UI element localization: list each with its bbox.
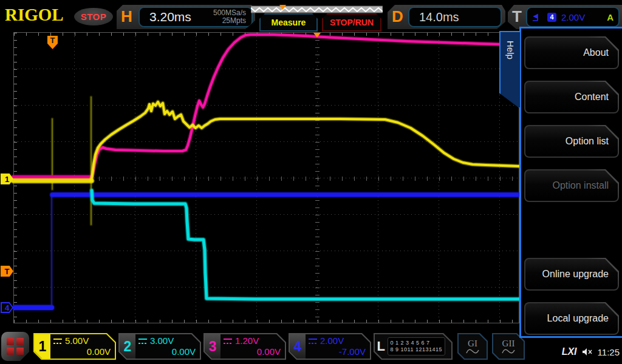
menu-item-empty bbox=[524, 214, 619, 246]
ch4-offset: -7.00V bbox=[309, 347, 366, 357]
quick-menu-button[interactable] bbox=[1, 332, 29, 361]
ch2-scale: 3.00V bbox=[150, 336, 174, 346]
timebase-value: 3.20ms bbox=[140, 10, 213, 24]
sine-icon bbox=[466, 348, 479, 354]
clock: 11:25 bbox=[598, 347, 620, 357]
channel3-number: 3 bbox=[205, 334, 220, 359]
trigger-source-badge: 4 bbox=[547, 13, 556, 22]
horizontal-label: H bbox=[121, 7, 132, 26]
oscilloscope-screen: 1 T 4 T RIGOL STOP H 3.20ms 500MSa/s 25M… bbox=[0, 0, 622, 364]
rigol-logo: RIGOL bbox=[5, 5, 64, 25]
channel4-number: 4 bbox=[290, 334, 306, 359]
menu-item-online-upgrade[interactable]: Online upgrade bbox=[524, 258, 619, 291]
trigger-slope-icon bbox=[532, 13, 542, 22]
generator1-label: GI bbox=[468, 339, 477, 348]
ch2-coupling-icon bbox=[138, 339, 147, 344]
generator1-box[interactable]: GI bbox=[457, 333, 488, 360]
menu-item-online-upgrade-label: Online upgrade bbox=[525, 259, 618, 289]
ch2-offset: 0.00V bbox=[138, 347, 196, 357]
run-state-badge: STOP bbox=[74, 8, 113, 25]
ch1-offset-marker[interactable]: 1 bbox=[1, 174, 13, 184]
channel2-box[interactable]: 2 3.00V 0.00V bbox=[118, 333, 201, 360]
ch3-scale: 1.20V bbox=[235, 336, 259, 346]
menu-item-about[interactable]: About bbox=[524, 36, 619, 69]
menu-item-option-install-label: Option install bbox=[525, 170, 618, 201]
ch4-coupling-icon bbox=[309, 339, 317, 344]
delay-block[interactable]: D 14.0ms bbox=[388, 5, 505, 29]
memory-depth: 25Mpts bbox=[213, 17, 246, 25]
menu-item-option-install: Option install bbox=[524, 169, 619, 202]
ch1-coupling-icon bbox=[53, 339, 62, 344]
channel1-number: 1 bbox=[35, 334, 50, 359]
trigger-label: T bbox=[512, 7, 522, 26]
trigger-mode-badge: A bbox=[607, 12, 613, 22]
lxi-indicator: LXI bbox=[562, 346, 577, 357]
sine-icon bbox=[502, 348, 515, 354]
stop-run-button[interactable]: STOP/RUN bbox=[322, 13, 381, 32]
menu-item-empty-label bbox=[525, 215, 618, 245]
menu-item-about-label: About bbox=[525, 38, 618, 68]
ch3-offset: 0.00V bbox=[224, 347, 281, 357]
channel1-box[interactable]: 1 5.00V 0.00V bbox=[33, 333, 116, 360]
waveform-grid bbox=[13, 32, 519, 323]
logic-label: L bbox=[375, 339, 388, 354]
menu-item-option-list[interactable]: Option list bbox=[524, 125, 619, 158]
ch3-coupling-icon bbox=[224, 339, 232, 344]
channel4-box[interactable]: 4 2.00V -7.00V bbox=[289, 333, 371, 360]
trigger-level-marker[interactable]: T bbox=[1, 266, 13, 277]
axis-ticks-bottom bbox=[14, 320, 519, 323]
axis-ticks-top bbox=[14, 33, 519, 36]
logic-row1: 0 1 2 3 4 5 6 7 bbox=[391, 340, 442, 346]
delay-box: 14.0ms bbox=[408, 7, 502, 27]
logic-channels-box[interactable]: L 0 1 2 3 4 5 6 7 8 9 1011 12131415 bbox=[374, 333, 453, 360]
menu-item-local-upgrade[interactable]: Local upgrade bbox=[524, 302, 619, 335]
delay-label: D bbox=[392, 7, 403, 26]
channel3-box[interactable]: 3 1.20V 0.00V bbox=[203, 333, 286, 360]
ch4-scale: 2.00V bbox=[320, 336, 344, 346]
ch4-offset-marker-label: 4 bbox=[2, 303, 12, 312]
menu-item-local-upgrade-label: Local upgrade bbox=[525, 303, 618, 334]
sound-muted-icon[interactable] bbox=[582, 348, 593, 356]
ch1-scale: 5.00V bbox=[65, 336, 89, 346]
channel2-number: 2 bbox=[120, 334, 135, 359]
trigger-block[interactable]: T 4 2.00V A bbox=[508, 5, 622, 29]
ch1-offset: 0.00V bbox=[53, 347, 111, 357]
help-tab-label: Help bbox=[505, 41, 516, 59]
delay-value: 14.0ms bbox=[409, 10, 459, 24]
ch4-offset-marker[interactable]: 4 bbox=[1, 302, 13, 313]
measure-button[interactable]: Measure bbox=[259, 13, 318, 32]
trigger-level-value: 2.00V bbox=[561, 12, 585, 22]
logic-row2: 8 9 1011 12131415 bbox=[391, 346, 442, 353]
help-menu-panel: Help About Content Option list Option in… bbox=[519, 27, 622, 338]
red-squares-icon bbox=[7, 338, 24, 355]
menu-item-option-list-label: Option list bbox=[525, 126, 618, 157]
trigger-box: 4 2.00V A bbox=[526, 7, 620, 27]
generator2-label: GII bbox=[502, 339, 515, 348]
horizontal-timebase-block[interactable]: H 3.20ms 500MSa/s 25Mpts bbox=[117, 5, 255, 29]
menu-item-content[interactable]: Content bbox=[524, 81, 619, 113]
axis-ticks-hcenter bbox=[14, 177, 519, 181]
timebase-box: 3.20ms 500MSa/s 25Mpts bbox=[138, 7, 253, 27]
menu-item-content-label: Content bbox=[525, 82, 618, 112]
memory-position-bar bbox=[251, 5, 383, 13]
